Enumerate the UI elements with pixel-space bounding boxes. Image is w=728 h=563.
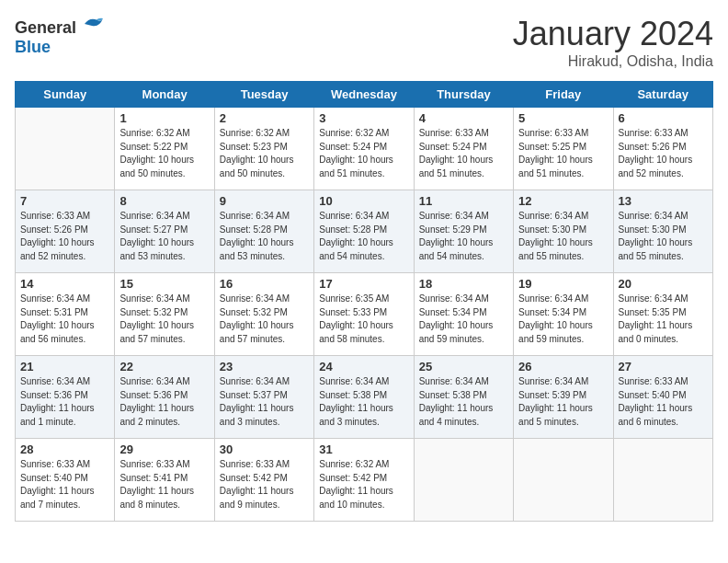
day-info: Sunrise: 6:34 AM Sunset: 5:37 PM Dayligh… [220, 375, 309, 429]
calendar-cell: 23Sunrise: 6:34 AM Sunset: 5:37 PM Dayli… [214, 356, 313, 439]
week-row-1: 1Sunrise: 6:32 AM Sunset: 5:22 PM Daylig… [16, 108, 713, 190]
day-number: 15 [119, 277, 209, 291]
day-number: 12 [518, 194, 608, 208]
day-number: 27 [619, 360, 708, 373]
weekday-thursday: Thursday [414, 82, 513, 108]
calendar-cell: 20Sunrise: 6:34 AM Sunset: 5:35 PM Dayli… [613, 273, 712, 356]
calendar-cell: 6Sunrise: 6:33 AM Sunset: 5:26 PM Daylig… [613, 108, 712, 190]
day-info: Sunrise: 6:34 AM Sunset: 5:39 PM Dayligh… [518, 375, 608, 429]
calendar-cell: 9Sunrise: 6:34 AM Sunset: 5:28 PM Daylig… [214, 190, 313, 273]
calendar-cell: 8Sunrise: 6:34 AM Sunset: 5:27 PM Daylig… [115, 190, 214, 273]
calendar-cell: 14Sunrise: 6:34 AM Sunset: 5:31 PM Dayli… [16, 273, 115, 356]
day-info: Sunrise: 6:32 AM Sunset: 5:24 PM Dayligh… [319, 127, 408, 180]
day-number: 11 [419, 194, 508, 208]
logo-blue: Blue [15, 38, 51, 56]
calendar-cell: 10Sunrise: 6:34 AM Sunset: 5:28 PM Dayli… [314, 190, 414, 273]
day-number: 9 [220, 194, 309, 208]
day-info: Sunrise: 6:33 AM Sunset: 5:40 PM Dayligh… [20, 458, 109, 511]
day-number: 29 [119, 442, 209, 456]
day-info: Sunrise: 6:32 AM Sunset: 5:23 PM Dayligh… [220, 127, 309, 180]
week-row-2: 7Sunrise: 6:33 AM Sunset: 5:26 PM Daylig… [16, 190, 713, 273]
day-info: Sunrise: 6:34 AM Sunset: 5:34 PM Dayligh… [518, 293, 608, 346]
calendar-cell: 1Sunrise: 6:32 AM Sunset: 5:22 PM Daylig… [115, 108, 214, 190]
calendar-cell: 5Sunrise: 6:33 AM Sunset: 5:25 PM Daylig… [514, 108, 613, 190]
day-number: 7 [20, 194, 109, 208]
day-info: Sunrise: 6:34 AM Sunset: 5:27 PM Dayligh… [119, 210, 209, 263]
calendar-cell: 24Sunrise: 6:34 AM Sunset: 5:38 PM Dayli… [314, 356, 414, 439]
calendar-table: SundayMondayTuesdayWednesdayThursdayFrid… [15, 81, 713, 522]
logo: General Blue [15, 15, 105, 57]
day-info: Sunrise: 6:33 AM Sunset: 5:42 PM Dayligh… [220, 458, 309, 511]
day-number: 21 [20, 360, 109, 373]
day-info: Sunrise: 6:33 AM Sunset: 5:40 PM Dayligh… [619, 375, 708, 429]
day-info: Sunrise: 6:34 AM Sunset: 5:31 PM Dayligh… [20, 293, 109, 346]
calendar-cell: 11Sunrise: 6:34 AM Sunset: 5:29 PM Dayli… [414, 190, 513, 273]
day-number: 25 [419, 360, 508, 373]
calendar-body: 1Sunrise: 6:32 AM Sunset: 5:22 PM Daylig… [16, 108, 713, 522]
day-number: 20 [619, 277, 708, 291]
day-number: 24 [319, 360, 408, 373]
day-number: 23 [220, 360, 309, 373]
day-number: 30 [220, 442, 309, 456]
day-info: Sunrise: 6:34 AM Sunset: 5:29 PM Dayligh… [419, 210, 508, 263]
day-info: Sunrise: 6:34 AM Sunset: 5:28 PM Dayligh… [319, 210, 408, 263]
day-info: Sunrise: 6:34 AM Sunset: 5:32 PM Dayligh… [119, 293, 209, 346]
day-info: Sunrise: 6:33 AM Sunset: 5:25 PM Dayligh… [518, 127, 608, 180]
calendar-cell: 22Sunrise: 6:34 AM Sunset: 5:36 PM Dayli… [115, 356, 214, 439]
day-number: 18 [419, 277, 508, 291]
day-number: 13 [619, 194, 708, 208]
month-title: January 2024 [513, 15, 713, 53]
calendar-cell: 13Sunrise: 6:34 AM Sunset: 5:30 PM Dayli… [613, 190, 712, 273]
weekday-wednesday: Wednesday [314, 82, 414, 108]
calendar-cell [514, 439, 613, 522]
day-number: 19 [518, 277, 608, 291]
calendar-cell: 31Sunrise: 6:32 AM Sunset: 5:42 PM Dayli… [314, 439, 414, 522]
weekday-saturday: Saturday [613, 82, 712, 108]
title-section: January 2024 Hirakud, Odisha, India [513, 15, 713, 70]
calendar-cell [16, 108, 115, 190]
day-number: 10 [319, 194, 408, 208]
day-number: 2 [220, 111, 309, 125]
day-number: 17 [319, 277, 408, 291]
day-number: 4 [419, 111, 508, 125]
day-info: Sunrise: 6:34 AM Sunset: 5:38 PM Dayligh… [319, 375, 408, 429]
day-info: Sunrise: 6:32 AM Sunset: 5:42 PM Dayligh… [319, 458, 408, 511]
day-info: Sunrise: 6:33 AM Sunset: 5:26 PM Dayligh… [20, 210, 109, 263]
week-row-4: 21Sunrise: 6:34 AM Sunset: 5:36 PM Dayli… [16, 356, 713, 439]
logo-general: General [15, 18, 76, 37]
day-info: Sunrise: 6:34 AM Sunset: 5:36 PM Dayligh… [20, 375, 109, 429]
day-info: Sunrise: 6:34 AM Sunset: 5:28 PM Dayligh… [220, 210, 309, 263]
day-number: 22 [119, 360, 209, 373]
calendar-cell: 27Sunrise: 6:33 AM Sunset: 5:40 PM Dayli… [613, 356, 712, 439]
calendar-cell: 19Sunrise: 6:34 AM Sunset: 5:34 PM Dayli… [514, 273, 613, 356]
day-info: Sunrise: 6:34 AM Sunset: 5:38 PM Dayligh… [419, 375, 508, 429]
calendar-cell: 3Sunrise: 6:32 AM Sunset: 5:24 PM Daylig… [314, 108, 414, 190]
calendar-cell [414, 439, 513, 522]
calendar-cell: 30Sunrise: 6:33 AM Sunset: 5:42 PM Dayli… [214, 439, 313, 522]
weekday-tuesday: Tuesday [214, 82, 313, 108]
day-info: Sunrise: 6:33 AM Sunset: 5:24 PM Dayligh… [419, 127, 508, 180]
page-header: General Blue January 2024 Hirakud, Odish… [15, 15, 713, 70]
day-info: Sunrise: 6:34 AM Sunset: 5:35 PM Dayligh… [619, 293, 708, 346]
day-info: Sunrise: 6:34 AM Sunset: 5:36 PM Dayligh… [119, 375, 209, 429]
day-number: 8 [119, 194, 209, 208]
calendar-cell: 2Sunrise: 6:32 AM Sunset: 5:23 PM Daylig… [214, 108, 313, 190]
day-number: 26 [518, 360, 608, 373]
calendar-cell: 15Sunrise: 6:34 AM Sunset: 5:32 PM Dayli… [115, 273, 214, 356]
calendar-cell: 16Sunrise: 6:34 AM Sunset: 5:32 PM Dayli… [214, 273, 313, 356]
location-title: Hirakud, Odisha, India [513, 53, 713, 70]
calendar-cell: 28Sunrise: 6:33 AM Sunset: 5:40 PM Dayli… [16, 439, 115, 522]
logo-bird-icon [83, 15, 105, 33]
day-number: 5 [518, 111, 608, 125]
day-number: 1 [119, 111, 209, 125]
day-number: 16 [220, 277, 309, 291]
week-row-5: 28Sunrise: 6:33 AM Sunset: 5:40 PM Dayli… [16, 439, 713, 522]
day-info: Sunrise: 6:35 AM Sunset: 5:33 PM Dayligh… [319, 293, 408, 346]
weekday-friday: Friday [514, 82, 613, 108]
weekday-header-row: SundayMondayTuesdayWednesdayThursdayFrid… [16, 82, 713, 108]
calendar-cell: 7Sunrise: 6:33 AM Sunset: 5:26 PM Daylig… [16, 190, 115, 273]
calendar-cell: 4Sunrise: 6:33 AM Sunset: 5:24 PM Daylig… [414, 108, 513, 190]
calendar-cell: 26Sunrise: 6:34 AM Sunset: 5:39 PM Dayli… [514, 356, 613, 439]
calendar-cell: 17Sunrise: 6:35 AM Sunset: 5:33 PM Dayli… [314, 273, 414, 356]
calendar-cell: 21Sunrise: 6:34 AM Sunset: 5:36 PM Dayli… [16, 356, 115, 439]
